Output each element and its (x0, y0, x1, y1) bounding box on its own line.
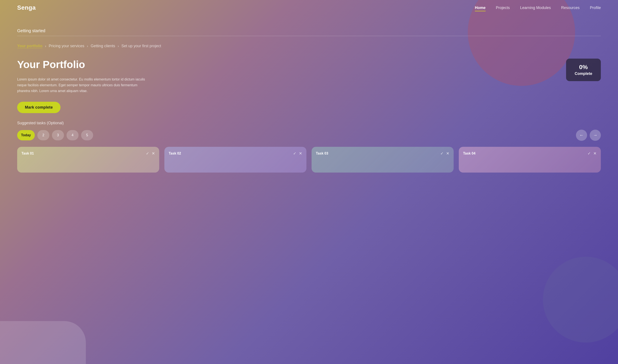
nav-item-learning-modules[interactable]: Learning Modules (520, 6, 551, 10)
task-card-03: Task 03 ✓ ✕ (311, 147, 454, 173)
breadcrumb-getting-clients[interactable]: Getting clients (90, 44, 115, 48)
task-cards-grid: Task 01 ✓ ✕ Task 02 ✓ ✕ (17, 147, 601, 173)
task-02-check-button[interactable]: ✓ (293, 151, 296, 156)
task-card-04-header: Task 04 ✓ ✕ (463, 151, 596, 156)
arrow-right-icon: → (593, 133, 597, 138)
day-tab-today[interactable]: Today (17, 130, 35, 140)
nav-link-learning-modules[interactable]: Learning Modules (520, 6, 551, 10)
task-card-02-label: Task 02 (169, 152, 181, 156)
breadcrumb-your-portfolio[interactable]: Your portfolio (17, 44, 42, 48)
task-card-02-actions: ✓ ✕ (293, 151, 302, 156)
section-divider (17, 36, 601, 36)
nav-item-profile[interactable]: Profile (590, 6, 601, 10)
task-card-04-label: Task 04 (463, 152, 476, 156)
portfolio-section: Your Portfolio Lorem ipsum dolor sit ame… (17, 59, 601, 113)
day-tab-3[interactable]: 3 (52, 130, 64, 140)
mark-complete-button[interactable]: Mark complete (17, 102, 61, 113)
task-03-close-button[interactable]: ✕ (446, 151, 449, 156)
task-nav-arrows: ← → (576, 130, 601, 141)
task-01-check-button[interactable]: ✓ (146, 151, 149, 156)
day-tab-2[interactable]: 2 (37, 130, 49, 140)
getting-started-title: Getting started (17, 28, 601, 33)
nav-link-resources[interactable]: Resources (561, 6, 579, 10)
day-tab-4[interactable]: 4 (66, 130, 78, 140)
nav-link-home[interactable]: Home (475, 6, 486, 11)
day-tab-5[interactable]: 5 (81, 130, 93, 140)
task-card-03-label: Task 03 (316, 152, 328, 156)
breadcrumb-pricing-services[interactable]: Pricing your services (49, 44, 84, 48)
progress-percent: 0% (575, 64, 592, 71)
app-logo[interactable]: Senga (17, 4, 36, 11)
task-card-01-header: Task 01 ✓ ✕ (22, 151, 155, 156)
chevron-right-icon-2: › (87, 44, 88, 48)
task-card-01-actions: ✓ ✕ (146, 151, 155, 156)
progress-badge: 0% Complete (566, 59, 601, 81)
task-card-02: Task 02 ✓ ✕ (164, 147, 307, 173)
nav-links: Home Projects Learning Modules Resources… (475, 6, 601, 10)
task-02-close-button[interactable]: ✕ (299, 151, 302, 156)
task-card-02-header: Task 02 ✓ ✕ (169, 151, 302, 156)
portfolio-title: Your Portfolio (17, 59, 146, 70)
task-card-04-actions: ✓ ✕ (588, 151, 596, 156)
navbar: Senga Home Projects Learning Modules Res… (0, 0, 618, 15)
task-card-03-header: Task 03 ✓ ✕ (316, 151, 449, 156)
suggested-tasks-section: Suggested tasks (Optional) Today 2 3 4 5… (17, 121, 601, 173)
chevron-right-icon-3: › (118, 44, 119, 48)
task-03-check-button[interactable]: ✓ (440, 151, 444, 156)
suggested-tasks-title: Suggested tasks (Optional) (17, 121, 601, 125)
prev-arrow-button[interactable]: ← (576, 130, 587, 141)
task-card-03-actions: ✓ ✕ (440, 151, 449, 156)
portfolio-left: Your Portfolio Lorem ipsum dolor sit ame… (17, 59, 146, 113)
task-01-close-button[interactable]: ✕ (152, 151, 155, 156)
arrow-left-icon: ← (579, 133, 584, 138)
nav-item-projects[interactable]: Projects (496, 6, 510, 10)
chevron-right-icon-1: › (45, 44, 46, 48)
progress-label: Complete (575, 71, 592, 76)
nav-item-home[interactable]: Home (475, 6, 486, 10)
task-card-01-label: Task 01 (22, 152, 34, 156)
nav-link-profile[interactable]: Profile (590, 6, 601, 10)
portfolio-description: Lorem ipsum dolor sit amet consectetur. … (17, 77, 146, 94)
nav-link-projects[interactable]: Projects (496, 6, 510, 10)
day-tabs: Today 2 3 4 5 ← → (17, 130, 601, 141)
main-content: Getting started Your portfolio › Pricing… (0, 15, 618, 173)
breadcrumb-first-project[interactable]: Set up your first project (121, 44, 161, 48)
task-card-01: Task 01 ✓ ✕ (17, 147, 159, 173)
breadcrumb: Your portfolio › Pricing your services ›… (17, 44, 601, 48)
next-arrow-button[interactable]: → (590, 130, 601, 141)
task-04-check-button[interactable]: ✓ (588, 151, 591, 156)
nav-item-resources[interactable]: Resources (561, 6, 579, 10)
task-04-close-button[interactable]: ✕ (593, 151, 596, 156)
task-card-04: Task 04 ✓ ✕ (459, 147, 601, 173)
